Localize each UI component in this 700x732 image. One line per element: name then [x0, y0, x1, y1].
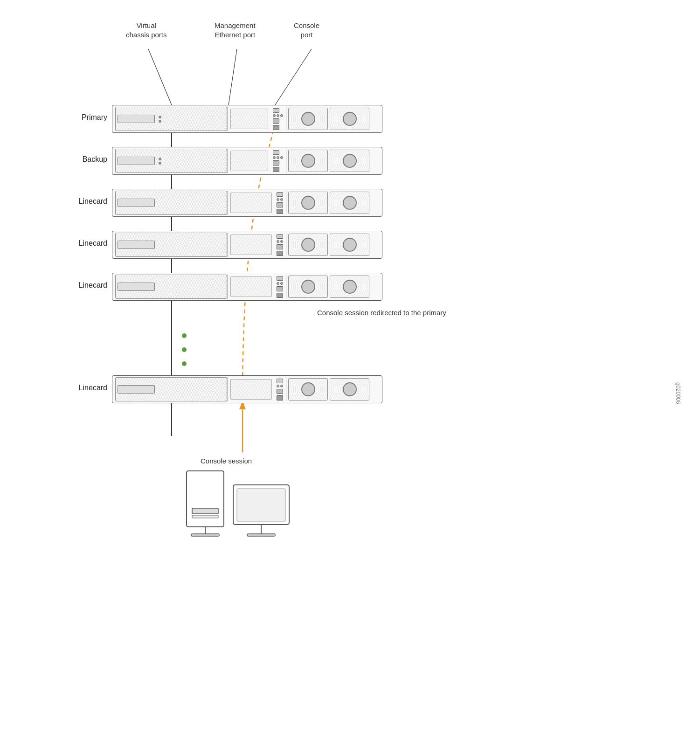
svg-rect-13 — [237, 489, 285, 521]
label-console-session: Console session — [201, 457, 252, 465]
usb-port — [273, 150, 279, 155]
label-mgmt-ethernet: Management Ethernet port — [215, 21, 256, 39]
chassis-honeycomb-left — [115, 377, 227, 401]
power-module-1 — [288, 234, 328, 256]
eth-port — [273, 160, 279, 166]
chassis-linecard4 — [112, 375, 382, 403]
chassis-power-section — [286, 191, 379, 215]
power-module-2 — [330, 192, 369, 214]
power-connector-1 — [301, 280, 315, 294]
chassis-power-section — [286, 149, 379, 173]
chassis-honeycomb-left — [115, 107, 227, 131]
chassis-honeycomb-left — [115, 233, 227, 257]
eth-port — [277, 286, 283, 291]
drive-slot — [118, 199, 155, 207]
chassis-power-section — [286, 107, 379, 131]
svg-line-2 — [275, 49, 312, 105]
mgmt-eth-port — [277, 209, 283, 214]
mgmt-eth-port — [277, 293, 283, 298]
power-connector-2 — [343, 196, 357, 210]
power-module-1 — [288, 378, 328, 401]
power-module-2 — [330, 378, 369, 401]
power-module-1 — [288, 150, 328, 172]
svg-point-18 — [182, 361, 187, 366]
row-label-primary: Primary — [61, 113, 107, 122]
svg-rect-11 — [191, 534, 219, 536]
drive-slot — [118, 283, 155, 291]
usb-port — [273, 108, 279, 113]
eth-port — [273, 118, 279, 124]
svg-rect-12 — [233, 485, 289, 525]
power-connector-1 — [301, 382, 315, 396]
power-module-2 — [330, 276, 369, 298]
power-connector-1 — [301, 154, 315, 168]
usb-port — [277, 276, 283, 281]
row-label-linecard3: Linecard — [61, 281, 107, 290]
eth-port — [277, 202, 283, 207]
label-console-redirected: Console session redirected to the primar… — [317, 308, 446, 318]
svg-rect-8 — [192, 508, 218, 514]
chassis-power-section — [286, 233, 379, 257]
svg-point-16 — [182, 333, 187, 338]
power-connector-1 — [301, 196, 315, 210]
mgmt-eth-port — [277, 395, 283, 401]
label-console-port: Console port — [294, 21, 319, 39]
chassis-honeycomb-left — [115, 149, 227, 173]
chassis-honeycomb-left — [115, 191, 227, 215]
svg-rect-9 — [192, 515, 218, 518]
power-module-1 — [288, 108, 328, 130]
power-connector-2 — [343, 382, 357, 396]
chassis-power-section — [286, 275, 379, 299]
mgmt-eth-port — [273, 167, 279, 172]
chassis-mid-ports — [227, 107, 286, 131]
row-label-linecard1: Linecard — [61, 197, 107, 206]
label-virtual-chassis: Virtual chassis ports — [126, 21, 167, 39]
chassis-linecard2 — [112, 231, 382, 259]
power-connector-1 — [301, 112, 315, 126]
power-module-2 — [330, 108, 369, 130]
drive-slot — [118, 385, 155, 394]
diagram-container: Virtual chassis ports Management Etherne… — [0, 0, 700, 732]
power-module-2 — [330, 234, 369, 256]
watermark: g020006 — [675, 382, 681, 404]
drive-slot — [118, 157, 155, 165]
row-label-linecard2: Linecard — [61, 239, 107, 248]
chassis-backup — [112, 147, 382, 175]
drive-slot — [118, 115, 155, 123]
chassis-mid-ports — [227, 233, 286, 257]
power-connector-1 — [301, 238, 315, 252]
usb-port — [277, 379, 283, 383]
svg-line-0 — [148, 49, 172, 105]
power-connector-2 — [343, 154, 357, 168]
mgmt-eth-port — [277, 251, 283, 256]
chassis-mid-ports — [227, 377, 286, 401]
chassis-mid-ports — [227, 191, 286, 215]
chassis-honeycomb-left — [115, 275, 227, 299]
power-module-1 — [288, 192, 328, 214]
power-module-1 — [288, 276, 328, 298]
svg-rect-7 — [187, 471, 224, 527]
power-module-2 — [330, 150, 369, 172]
usb-port — [277, 192, 283, 197]
mgmt-eth-port — [273, 125, 279, 130]
svg-rect-15 — [247, 534, 275, 536]
chassis-power-section — [286, 377, 379, 401]
svg-point-17 — [182, 347, 187, 352]
power-connector-2 — [343, 238, 357, 252]
usb-port — [277, 234, 283, 239]
power-connector-2 — [343, 112, 357, 126]
chassis-mid-ports — [227, 275, 286, 299]
eth-port — [277, 244, 283, 249]
power-connector-2 — [343, 280, 357, 294]
chassis-mid-ports — [227, 149, 286, 173]
drive-slot — [118, 241, 155, 249]
chassis-linecard3 — [112, 273, 382, 301]
chassis-linecard1 — [112, 189, 382, 217]
row-label-backup: Backup — [61, 155, 107, 164]
svg-line-1 — [229, 49, 237, 105]
chassis-primary — [112, 105, 382, 133]
row-label-linecard4: Linecard — [61, 384, 107, 392]
eth-port — [277, 389, 283, 394]
